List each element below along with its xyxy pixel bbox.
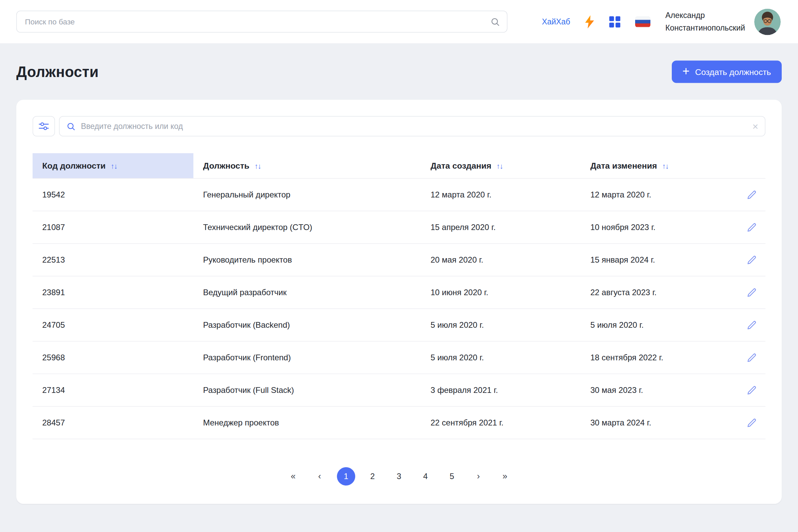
cell-created: 20 мая 2020 г. [421,255,581,264]
table-row: 27134 Разработчик (Full Stack) 3 февраля… [33,374,765,407]
pagination-page-4[interactable]: 4 [416,467,435,486]
pagination-first[interactable]: « [284,467,302,486]
cell-code: 23891 [33,288,193,297]
apps-menu-button[interactable] [609,16,621,27]
pencil-icon [746,189,757,200]
cell-title: Генеральный директор [193,190,421,199]
pagination: « ‹ 1 2 3 4 5 › » [33,467,765,486]
positions-table: Код должности ↑↓ Должность ↑↓ Дата созда… [33,153,765,439]
pencil-icon [746,352,757,363]
edit-row-button[interactable] [744,350,759,365]
pagination-page-3[interactable]: 3 [390,467,408,486]
cell-code: 24705 [33,320,193,329]
cell-modified: 10 ноября 2023 г. [581,223,726,232]
plus-icon: + [682,65,689,77]
pencil-icon [746,254,757,265]
table-row: 21087 Технический директор (CTO) 15 апре… [33,211,765,244]
cell-code: 21087 [33,223,193,232]
column-header-created[interactable]: Дата создания ↑↓ [421,153,581,178]
pencil-icon [746,222,757,233]
search-icon [67,122,76,131]
apps-grid-icon [609,16,621,27]
sort-icon[interactable]: ↑↓ [496,162,503,170]
sort-icon[interactable]: ↑↓ [254,162,261,170]
user-menu[interactable]: Александр Константинопольский [665,8,781,35]
language-switcher[interactable] [635,16,651,27]
user-name: Александр Константинопольский [665,10,745,34]
table-header: Код должности ↑↓ Должность ↑↓ Дата созда… [33,153,765,179]
cell-created: 5 июля 2020 г. [421,320,581,329]
cell-created: 15 апреля 2020 г. [421,223,581,232]
column-header-title[interactable]: Должность ↑↓ [193,153,421,178]
edit-row-button[interactable] [744,317,759,332]
cell-code: 25968 [33,353,193,362]
cell-created: 12 марта 2020 г. [421,190,581,199]
cell-title: Разработчик (Backend) [193,320,421,329]
edit-row-button[interactable] [744,252,759,267]
cell-modified: 15 января 2024 г. [581,255,726,264]
lightning-icon [585,15,595,28]
table-toolbar: × [33,116,765,136]
pencil-icon [746,287,757,298]
topbar-right: ХайХаб [542,8,781,35]
sort-icon[interactable]: ↑↓ [662,162,668,170]
avatar[interactable] [754,8,781,35]
cell-code: 22513 [33,255,193,264]
cell-code: 19542 [33,190,193,199]
pagination-last[interactable]: » [496,467,514,486]
pagination-next[interactable]: › [469,467,488,486]
table-row: 24705 Разработчик (Backend) 5 июля 2020 … [33,309,765,342]
global-search [16,11,508,33]
table-search: × [59,116,765,136]
page-title: Должности [16,63,99,80]
cell-title: Технический директор (CTO) [193,223,421,232]
clear-search-icon[interactable]: × [752,121,758,131]
lightning-button[interactable] [585,15,595,28]
app: ХайХаб [0,0,798,532]
pencil-icon [746,319,757,330]
column-header-modified[interactable]: Дата изменения ↑↓ [581,153,726,178]
pagination-page-2[interactable]: 2 [363,467,382,486]
cell-title: Менеджер проектов [193,418,421,427]
pencil-icon [746,384,757,396]
column-header-code[interactable]: Код должности ↑↓ [33,153,193,178]
topbar: ХайХаб [0,0,798,43]
table-row: 28457 Менеджер проектов 22 сентября 2021… [33,407,765,439]
table-row: 22513 Руководитель проектов 20 мая 2020 … [33,244,765,277]
cell-modified: 30 мая 2023 г. [581,385,726,395]
pagination-prev[interactable]: ‹ [310,467,329,486]
cell-title: Разработчик (Frontend) [193,353,421,362]
pagination-page-5[interactable]: 5 [443,467,461,486]
cell-title: Руководитель проектов [193,255,421,264]
global-search-input[interactable] [16,11,508,33]
table-row: 19542 Генеральный директор 12 марта 2020… [33,179,765,211]
edit-row-button[interactable] [744,382,759,398]
create-position-button[interactable]: + Создать должность [672,61,782,83]
cell-modified: 12 марта 2020 г. [581,190,726,199]
russian-flag-icon [635,16,651,27]
cell-created: 22 сентября 2021 г. [421,418,581,427]
page-head: Должности + Создать должность [16,61,782,83]
cell-modified: 5 июля 2020 г. [581,320,726,329]
main-content: Должности + Создать должность [0,61,798,504]
brand-link[interactable]: ХайХаб [542,17,570,26]
table-search-input[interactable] [60,117,765,136]
table-row: 23891 Ведущий разработчик 10 июня 2020 г… [33,277,765,309]
filter-button[interactable] [33,116,55,136]
pagination-page-1[interactable]: 1 [337,467,355,486]
cell-title: Ведущий разработчик [193,288,421,297]
edit-row-button[interactable] [744,285,759,300]
filter-sliders-icon [39,122,49,130]
cell-code: 27134 [33,385,193,395]
edit-row-button[interactable] [744,187,759,202]
create-position-label: Создать должность [695,67,771,77]
edit-row-button[interactable] [744,220,759,235]
positions-card: × Код должности ↑↓ Должность ↑↓ Дата соз… [16,100,782,504]
edit-row-button[interactable] [744,415,759,430]
cell-modified: 18 сентября 2022 г. [581,353,726,362]
cell-modified: 22 августа 2023 г. [581,288,726,297]
cell-created: 5 июля 2020 г. [421,353,581,362]
cell-created: 3 февраля 2021 г. [421,385,581,395]
pencil-icon [746,417,757,428]
sort-icon[interactable]: ↑↓ [111,162,117,170]
